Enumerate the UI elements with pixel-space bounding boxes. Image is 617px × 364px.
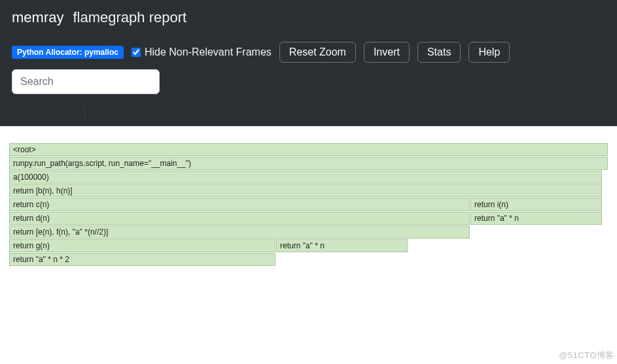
controls-row: Python Allocator: pymalloc Hide Non-Rele… xyxy=(12,42,605,63)
flame-row: a(100000) xyxy=(9,171,608,184)
flame-frame[interactable]: a(100000) xyxy=(9,171,602,184)
search-input[interactable] xyxy=(12,69,160,94)
flame-frame[interactable]: return i(n) xyxy=(470,198,602,211)
flame-row: return d(n)return "a" * n xyxy=(9,212,608,225)
header-divider xyxy=(12,106,605,122)
title-row: memray flamegraph report xyxy=(12,9,605,26)
brand-name: memray xyxy=(12,9,63,26)
stats-button[interactable]: Stats xyxy=(417,42,461,63)
hide-frames-toggle[interactable]: Hide Non-Relevant Frames xyxy=(132,46,272,58)
flame-frame[interactable]: return "a" * n * 2 xyxy=(9,253,275,266)
flame-frame[interactable]: return [b(n), h(n)] xyxy=(9,184,602,197)
flame-row: return c(n)return i(n) xyxy=(9,198,608,211)
search-wrap xyxy=(12,69,605,94)
flame-row: return [e(n), f(n), "a" *(n//2)] xyxy=(9,225,608,239)
help-button[interactable]: Help xyxy=(468,42,510,63)
flame-frame[interactable]: return c(n) xyxy=(9,198,470,211)
flame-frame[interactable]: return d(n) xyxy=(9,212,470,225)
flame-frame[interactable]: <root> xyxy=(9,143,608,156)
flame-frame[interactable]: return [e(n), f(n), "a" *(n//2)] xyxy=(9,225,470,239)
hide-frames-label: Hide Non-Relevant Frames xyxy=(145,46,272,58)
flame-frame[interactable]: return g(n) xyxy=(9,239,275,252)
flame-frame[interactable]: runpy.run_path(args.script, run_name="__… xyxy=(9,157,608,170)
flame-row: return g(n)return "a" * n xyxy=(9,239,608,252)
watermark: @51CTO博客 xyxy=(559,350,614,361)
flame-row: return "a" * n * 2 xyxy=(9,253,608,266)
page-title: flamegraph report xyxy=(73,9,186,26)
flamegraph-area: <root>runpy.run_path(args.script, run_na… xyxy=(0,126,617,266)
invert-button[interactable]: Invert xyxy=(364,42,410,63)
flame-row: runpy.run_path(args.script, run_name="__… xyxy=(9,157,608,170)
reset-zoom-button[interactable]: Reset Zoom xyxy=(279,42,356,63)
flame-frame[interactable]: return "a" * n xyxy=(276,239,408,252)
flame-frame[interactable]: return "a" * n xyxy=(470,212,602,225)
hide-frames-checkbox[interactable] xyxy=(132,48,141,57)
allocator-badge: Python Allocator: pymalloc xyxy=(12,46,124,59)
flamegraph-container: <root>runpy.run_path(args.script, run_na… xyxy=(9,143,608,266)
flame-row: return [b(n), h(n)] xyxy=(9,184,608,197)
flame-row: <root> xyxy=(9,143,608,156)
header-bar: memray flamegraph report Python Allocato… xyxy=(0,0,617,126)
